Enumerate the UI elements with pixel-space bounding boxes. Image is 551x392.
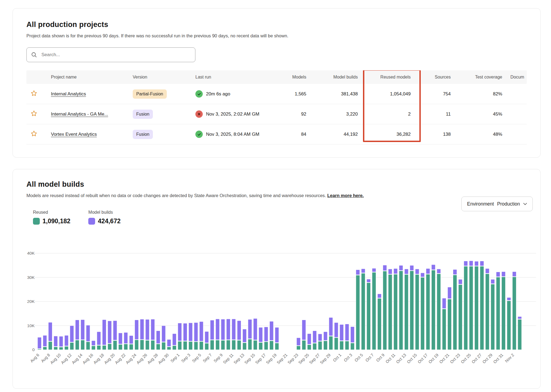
- bar-reused-segment[interactable]: [323, 341, 327, 350]
- bar-builds-segment[interactable]: [475, 261, 479, 266]
- bar-builds-segment[interactable]: [491, 279, 495, 284]
- bar-builds-segment[interactable]: [458, 279, 462, 284]
- bar-reused-segment[interactable]: [372, 272, 376, 350]
- bar-reused-segment[interactable]: [92, 346, 95, 350]
- bar-reused-segment[interactable]: [194, 342, 198, 350]
- bar-builds-segment[interactable]: [275, 327, 279, 343]
- favorite-star-icon[interactable]: [30, 110, 38, 119]
- bar-builds-segment[interactable]: [448, 287, 452, 298]
- bar-builds-segment[interactable]: [426, 269, 430, 274]
- bar-builds-segment[interactable]: [437, 269, 441, 273]
- environment-select[interactable]: Environment Production: [461, 197, 533, 211]
- bar-builds-segment[interactable]: [404, 269, 408, 274]
- bar-reused-segment[interactable]: [119, 345, 122, 350]
- bar-reused-segment[interactable]: [437, 274, 441, 350]
- bar-reused-segment[interactable]: [361, 273, 365, 350]
- bar-reused-segment[interactable]: [464, 266, 468, 350]
- bar-reused-segment[interactable]: [318, 341, 322, 350]
- bar-builds-segment[interactable]: [453, 270, 457, 275]
- bar-reused-segment[interactable]: [113, 340, 117, 350]
- bar-builds-segment[interactable]: [178, 323, 182, 341]
- bar-reused-segment[interactable]: [502, 277, 505, 350]
- bar-builds-segment[interactable]: [65, 335, 68, 346]
- bar-reused-segment[interactable]: [156, 344, 160, 350]
- bar-reused-segment[interactable]: [189, 342, 192, 350]
- bar-builds-segment[interactable]: [372, 268, 376, 272]
- bar-reused-segment[interactable]: [226, 340, 230, 350]
- project-name-link[interactable]: Vortex Event Analytics: [51, 132, 97, 137]
- bar-builds-segment[interactable]: [377, 294, 381, 298]
- bar-builds-segment[interactable]: [167, 339, 171, 346]
- bar-builds-segment[interactable]: [70, 326, 74, 342]
- bar-reused-segment[interactable]: [448, 299, 452, 350]
- bar-reused-segment[interactable]: [81, 340, 84, 350]
- bar-builds-segment[interactable]: [512, 272, 516, 277]
- bar-reused-segment[interactable]: [54, 347, 57, 350]
- bar-reused-segment[interactable]: [329, 336, 333, 350]
- bar-reused-segment[interactable]: [205, 343, 209, 350]
- bar-reused-segment[interactable]: [129, 344, 133, 350]
- bar-reused-segment[interactable]: [453, 275, 457, 350]
- bar-builds-segment[interactable]: [237, 321, 241, 340]
- bar-builds-segment[interactable]: [259, 327, 263, 342]
- bar-reused-segment[interactable]: [377, 298, 381, 350]
- bar-reused-segment[interactable]: [183, 341, 187, 350]
- bar-builds-segment[interactable]: [399, 266, 403, 271]
- bar-builds-segment[interactable]: [496, 272, 500, 277]
- bar-builds-segment[interactable]: [307, 334, 311, 344]
- bar-builds-segment[interactable]: [334, 322, 338, 337]
- bar-reused-segment[interactable]: [270, 341, 273, 350]
- bar-reused-segment[interactable]: [178, 341, 182, 350]
- bar-reused-segment[interactable]: [65, 346, 68, 350]
- bar-builds-segment[interactable]: [92, 341, 95, 346]
- bar-builds-segment[interactable]: [172, 334, 176, 345]
- bar-builds-segment[interactable]: [183, 323, 187, 341]
- bar-builds-segment[interactable]: [210, 320, 214, 340]
- bar-reused-segment[interactable]: [135, 340, 138, 350]
- bar-builds-segment[interactable]: [383, 265, 387, 271]
- bar-builds-segment[interactable]: [253, 318, 257, 340]
- bar-builds-segment[interactable]: [38, 337, 41, 349]
- bar-reused-segment[interactable]: [221, 340, 225, 350]
- bar-reused-segment[interactable]: [469, 266, 473, 350]
- bar-builds-segment[interactable]: [507, 297, 511, 300]
- bar-builds-segment[interactable]: [199, 322, 203, 341]
- bar-reused-segment[interactable]: [442, 309, 446, 350]
- bar-reused-segment[interactable]: [243, 343, 246, 350]
- bar-reused-segment[interactable]: [216, 340, 219, 350]
- bar-builds-segment[interactable]: [151, 319, 155, 340]
- bar-builds-segment[interactable]: [59, 336, 63, 347]
- bar-reused-segment[interactable]: [38, 349, 41, 350]
- search-input[interactable]: [41, 52, 191, 58]
- bar-builds-segment[interactable]: [221, 319, 225, 340]
- bar-builds-segment[interactable]: [350, 327, 354, 342]
- bar-reused-segment[interactable]: [410, 271, 414, 350]
- bar-reused-segment[interactable]: [302, 340, 306, 350]
- bar-builds-segment[interactable]: [323, 332, 327, 340]
- bar-reused-segment[interactable]: [232, 340, 236, 350]
- bar-reused-segment[interactable]: [307, 345, 311, 350]
- bar-builds-segment[interactable]: [124, 333, 128, 344]
- bar-reused-segment[interactable]: [485, 274, 489, 350]
- bar-reused-segment[interactable]: [512, 277, 516, 350]
- bar-builds-segment[interactable]: [135, 320, 138, 340]
- bar-reused-segment[interactable]: [75, 340, 79, 350]
- bar-reused-segment[interactable]: [49, 342, 52, 350]
- bar-builds-segment[interactable]: [119, 333, 122, 344]
- bar-reused-segment[interactable]: [140, 340, 144, 350]
- bar-builds-segment[interactable]: [113, 321, 117, 340]
- bar-reused-segment[interactable]: [70, 342, 74, 350]
- bar-reused-segment[interactable]: [480, 266, 484, 350]
- bar-builds-segment[interactable]: [340, 324, 344, 340]
- bar-reused-segment[interactable]: [415, 275, 419, 350]
- bar-reused-segment[interactable]: [313, 343, 317, 350]
- project-search-box[interactable]: [26, 47, 195, 62]
- bar-builds-segment[interactable]: [356, 270, 360, 275]
- bar-builds-segment[interactable]: [162, 326, 165, 342]
- bar-builds-segment[interactable]: [86, 325, 90, 341]
- bar-builds-segment[interactable]: [248, 319, 252, 339]
- bar-builds-segment[interactable]: [97, 332, 101, 345]
- bar-reused-segment[interactable]: [86, 342, 90, 350]
- bar-builds-segment[interactable]: [345, 324, 349, 341]
- bar-reused-segment[interactable]: [491, 284, 495, 350]
